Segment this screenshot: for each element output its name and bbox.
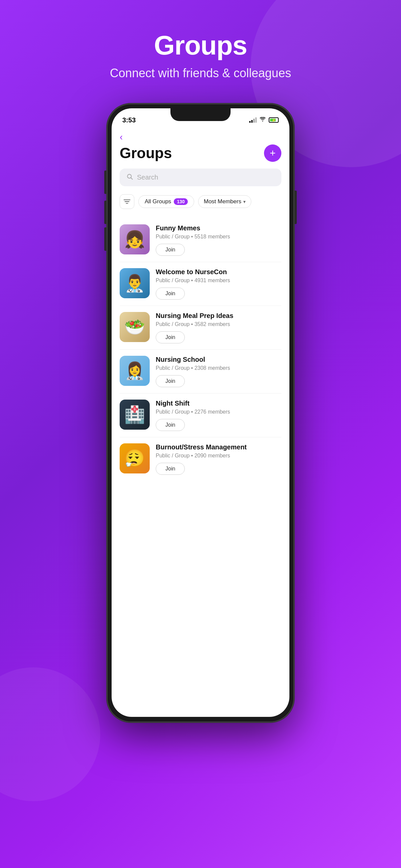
join-button-night-shift[interactable]: Join <box>156 419 185 431</box>
svg-line-1 <box>131 178 133 180</box>
back-button[interactable]: ‹ <box>120 132 123 142</box>
group-avatar-welcome-nursecon <box>120 268 150 298</box>
group-meta-night-shift: Public / Group • 2276 members <box>156 409 281 415</box>
search-icon <box>126 173 133 182</box>
group-name-welcome-nursecon: Welcome to NurseCon <box>156 268 281 276</box>
join-button-welcome-nursecon[interactable]: Join <box>156 287 185 300</box>
sort-chip-label: Most Members <box>204 198 241 205</box>
status-time: 3:53 <box>122 116 136 124</box>
group-meta-welcome-nursecon: Public / Group • 4931 members <box>156 278 281 283</box>
group-meta-funny-memes: Public / Group • 5518 members <box>156 234 281 240</box>
group-avatar-burnout-stress <box>120 443 150 473</box>
group-name-nursing-meal-prep: Nursing Meal Prep Ideas <box>156 312 281 320</box>
group-list: Funny Memes Public / Group • 5518 member… <box>120 218 281 481</box>
page-title: Groups <box>120 145 172 161</box>
group-name-funny-memes: Funny Memes <box>156 224 281 232</box>
group-item-welcome-nursecon: Welcome to NurseCon Public / Group • 493… <box>120 262 281 306</box>
join-button-funny-memes[interactable]: Join <box>156 244 185 256</box>
group-item-night-shift: Night Shift Public / Group • 2276 member… <box>120 394 281 437</box>
hero-section: Groups Connect with friends & colleagues <box>110 0 291 100</box>
group-avatar-nursing-school <box>120 356 150 386</box>
join-button-nursing-school[interactable]: Join <box>156 375 185 387</box>
group-name-burnout-stress: Burnout/Stress Management <box>156 443 281 451</box>
group-info-funny-memes: Funny Memes Public / Group • 5518 member… <box>156 224 281 256</box>
chevron-down-icon: ▾ <box>243 199 245 204</box>
search-placeholder: Search <box>137 174 158 181</box>
group-avatar-nursing-meal-prep <box>120 312 150 342</box>
group-meta-nursing-school: Public / Group • 2308 members <box>156 365 281 371</box>
search-bar[interactable]: Search <box>120 168 281 186</box>
group-item-funny-memes: Funny Memes Public / Group • 5518 member… <box>120 218 281 262</box>
join-button-nursing-meal-prep[interactable]: Join <box>156 331 185 343</box>
signal-bars-icon <box>249 117 257 123</box>
group-info-burnout-stress: Burnout/Stress Management Public / Group… <box>156 443 281 475</box>
group-name-night-shift: Night Shift <box>156 400 281 407</box>
sort-chip[interactable]: Most Members ▾ <box>198 195 251 208</box>
back-chevron-icon: ‹ <box>120 132 123 142</box>
add-group-button[interactable]: + <box>264 145 281 162</box>
all-groups-filter[interactable]: All Groups 130 <box>138 195 194 208</box>
battery-icon: ⚡ <box>269 117 279 123</box>
group-info-nursing-meal-prep: Nursing Meal Prep Ideas Public / Group •… <box>156 312 281 343</box>
notch <box>170 108 231 121</box>
group-avatar-night-shift <box>120 400 150 430</box>
group-name-nursing-school: Nursing School <box>156 356 281 364</box>
group-meta-burnout-stress: Public / Group • 2090 members <box>156 453 281 459</box>
group-item-nursing-school: Nursing School Public / Group • 2308 mem… <box>120 350 281 394</box>
group-info-night-shift: Night Shift Public / Group • 2276 member… <box>156 400 281 431</box>
group-info-welcome-nursecon: Welcome to NurseCon Public / Group • 493… <box>156 268 281 300</box>
group-info-nursing-school: Nursing School Public / Group • 2308 mem… <box>156 356 281 387</box>
group-avatar-funny-memes <box>120 224 150 254</box>
phone-frame: 3:53 <box>107 104 294 722</box>
wifi-icon <box>259 117 266 123</box>
hero-title: Groups <box>110 30 291 61</box>
filter-chip-label: All Groups <box>145 198 171 205</box>
group-item-nursing-meal-prep: Nursing Meal Prep Ideas Public / Group •… <box>120 306 281 350</box>
status-icons: ⚡ <box>249 117 279 123</box>
group-meta-nursing-meal-prep: Public / Group • 3582 members <box>156 321 281 327</box>
filter-chip-badge: 130 <box>174 198 188 205</box>
phone-screen: 3:53 <box>111 108 290 717</box>
hero-subtitle: Connect with friends & colleagues <box>110 66 291 80</box>
group-item-burnout-stress: Burnout/Stress Management Public / Group… <box>120 437 281 481</box>
page-header: Groups + <box>120 145 281 162</box>
app-content: ‹ Groups + Search <box>111 127 290 481</box>
filter-icon-button[interactable] <box>120 194 134 209</box>
phone-wrapper: 3:53 <box>107 104 294 722</box>
join-button-burnout-stress[interactable]: Join <box>156 463 185 475</box>
filter-row: All Groups 130 Most Members ▾ <box>120 194 281 209</box>
